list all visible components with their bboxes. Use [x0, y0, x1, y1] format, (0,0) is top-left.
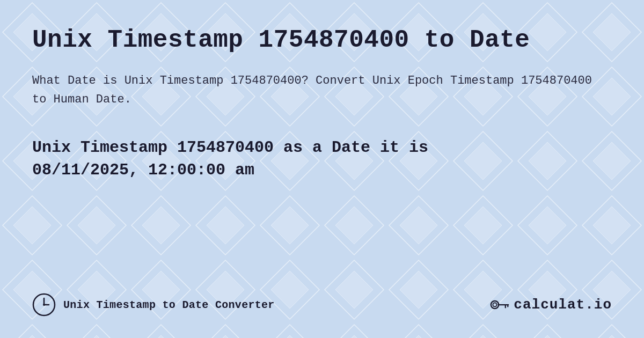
svg-point-9	[493, 303, 497, 306]
footer-left: Unix Timestamp to Date Converter	[32, 293, 275, 317]
footer-label: Unix Timestamp to Date Converter	[63, 299, 275, 311]
clock-icon	[32, 293, 56, 317]
page-title: Unix Timestamp 1754870400 to Date	[32, 26, 612, 55]
logo-area: calculat.io	[490, 295, 612, 314]
svg-point-7	[43, 304, 45, 306]
description-text: What Date is Unix Timestamp 1754870400? …	[32, 71, 612, 109]
logo-icon	[490, 295, 509, 314]
logo-text: calculat.io	[514, 297, 612, 313]
svg-point-8	[491, 301, 499, 308]
result-text: Unix Timestamp 1754870400 as a Date it i…	[32, 136, 612, 181]
